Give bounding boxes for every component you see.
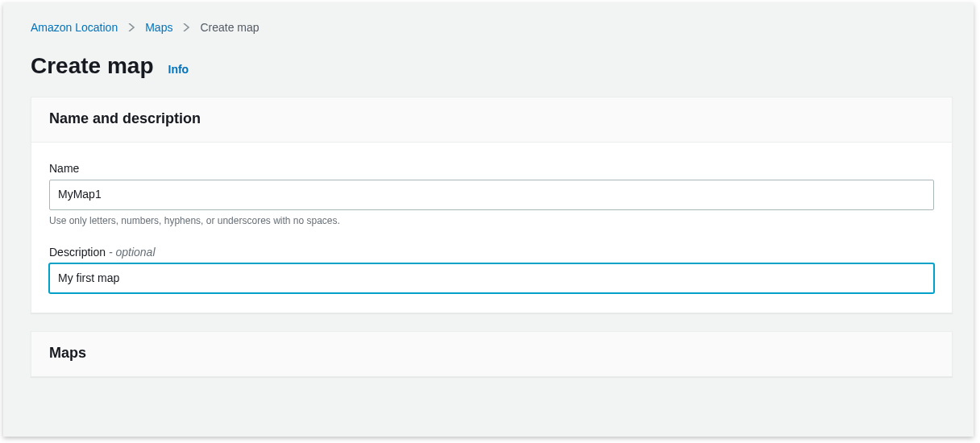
breadcrumb-link-maps[interactable]: Maps	[145, 21, 172, 34]
panel-maps: Maps	[31, 331, 953, 377]
description-label: Description - optional	[49, 246, 934, 259]
breadcrumb-link-amazon-location[interactable]: Amazon Location	[31, 21, 118, 34]
chevron-right-icon	[127, 23, 135, 31]
breadcrumb-current: Create map	[200, 21, 259, 34]
description-optional-text: - optional	[106, 246, 155, 259]
name-hint: Use only letters, numbers, hyphens, or u…	[49, 215, 934, 226]
panel-heading: Maps	[31, 332, 952, 376]
breadcrumb: Amazon Location Maps Create map	[3, 3, 974, 34]
panel-name-description: Name and description Name Use only lette…	[31, 97, 953, 313]
description-label-text: Description	[49, 246, 106, 259]
description-input[interactable]	[49, 263, 934, 294]
page-title: Create map	[31, 53, 154, 79]
panel-heading: Name and description	[31, 97, 952, 143]
chevron-right-icon	[182, 23, 190, 31]
name-input[interactable]	[49, 180, 934, 210]
info-link[interactable]: Info	[168, 63, 189, 76]
name-label: Name	[49, 162, 934, 175]
